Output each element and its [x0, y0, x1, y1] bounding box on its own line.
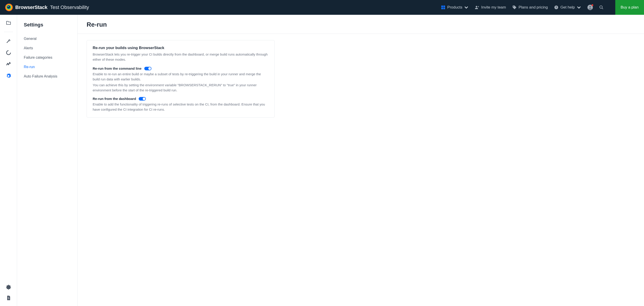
svg-point-14 — [600, 6, 602, 8]
brand-name: BrowserStack — [15, 4, 47, 10]
tag-icon — [512, 5, 517, 10]
chevron-down-icon — [577, 5, 581, 10]
sidebar-item-rerun[interactable]: Re-run — [24, 62, 78, 72]
svg-point-9 — [476, 6, 478, 7]
buy-plan-button[interactable]: Buy a plan — [615, 0, 644, 15]
toggle-rerun-cli[interactable] — [144, 67, 152, 70]
buy-plan-label: Buy a plan — [621, 5, 638, 10]
grid-icon — [441, 5, 446, 10]
wrench-icon[interactable] — [6, 38, 11, 44]
trend-icon[interactable] — [6, 62, 11, 67]
nav-account[interactable] — [588, 5, 593, 10]
svg-rect-5 — [442, 5, 443, 7]
main-content: Re-run Re-run your builds using BrowserS… — [78, 15, 644, 306]
rail-divider — [4, 32, 13, 32]
header-nav: Products Invite my team Plans and pricin… — [441, 0, 644, 15]
setting-rerun-dashboard: Re-run from the dashboard Enable to add … — [93, 97, 268, 112]
icon-rail — [0, 15, 17, 306]
divider — [78, 34, 644, 34]
svg-text:?: ? — [556, 6, 557, 9]
gear-icon[interactable] — [6, 73, 11, 79]
help-icon: ? — [554, 5, 558, 10]
svg-point-4 — [8, 6, 9, 7]
nav-invite[interactable]: Invite my team — [475, 5, 506, 10]
setting-label: Re-run from the dashboard — [93, 97, 136, 101]
svg-point-10 — [513, 6, 514, 7]
document-icon[interactable] — [6, 295, 11, 301]
nav-plans[interactable]: Plans and pricing — [512, 5, 548, 10]
nav-help[interactable]: ? Get help — [554, 5, 581, 10]
setting-label: Re-run from the command line — [93, 67, 142, 70]
circle-progress-icon[interactable] — [6, 50, 11, 55]
search-icon — [599, 5, 604, 10]
setting-description: Enable to add the functionality of trigg… — [93, 102, 268, 112]
svg-rect-6 — [444, 5, 445, 7]
nav-products-label: Products — [447, 5, 462, 10]
folder-icon[interactable] — [6, 20, 11, 25]
top-header: BrowserStack Test Observability Products… — [0, 0, 644, 15]
invite-icon — [475, 5, 479, 10]
setting-description: Enable to re-run an entire build or mayb… — [93, 72, 268, 82]
settings-sidebar: Settings General Alerts Failure categori… — [17, 15, 78, 306]
sidebar-item-failure-categories[interactable]: Failure categories — [24, 53, 78, 62]
toggle-rerun-dashboard[interactable] — [139, 97, 146, 101]
chevron-down-icon — [464, 5, 468, 10]
avatar-icon — [588, 5, 593, 10]
notification-dot — [592, 4, 593, 6]
sidebar-item-general[interactable]: General — [24, 34, 78, 43]
sidebar-item-alerts[interactable]: Alerts — [24, 43, 78, 53]
browserstack-logo-icon — [5, 3, 13, 11]
nav-invite-label: Invite my team — [481, 5, 506, 10]
nav-help-label: Get help — [560, 5, 575, 10]
product-name[interactable]: Test Observability — [50, 4, 89, 10]
nav-plans-label: Plans and pricing — [518, 5, 548, 10]
logo[interactable]: BrowserStack — [5, 3, 47, 11]
sidebar-item-auto-failure-analysis[interactable]: Auto Failure Analysis — [24, 72, 78, 81]
svg-rect-8 — [444, 8, 445, 9]
setting-description-2: You can achieve this by setting the envi… — [93, 83, 268, 93]
nav-products[interactable]: Products — [441, 5, 468, 10]
page-title: Re-run — [86, 21, 635, 34]
setting-rerun-cli: Re-run from the command line Enable to r… — [93, 67, 268, 93]
svg-point-3 — [7, 5, 10, 8]
puzzle-icon[interactable] — [6, 285, 11, 290]
svg-rect-7 — [442, 8, 443, 9]
nav-search[interactable] — [599, 5, 604, 10]
sidebar-title: Settings — [24, 22, 78, 28]
rerun-card: Re-run your builds using BrowserStack Br… — [86, 40, 275, 118]
svg-point-13 — [589, 6, 591, 8]
card-description: BrowserStack lets you re-trigger your CI… — [93, 52, 268, 62]
card-title: Re-run your builds using BrowserStack — [93, 46, 268, 50]
